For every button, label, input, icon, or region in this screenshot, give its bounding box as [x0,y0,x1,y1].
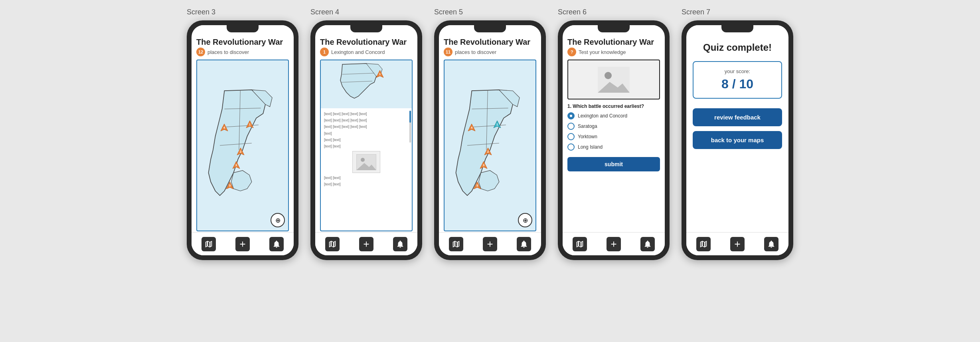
screen-3-phone: The Revolutionary War 12 places to disco… [187,20,298,260]
screen-4-text-lines: [text] [text] [text] [text] [text] [text… [324,111,409,149]
add-icon-btn-4[interactable] [359,237,373,251]
radio-3[interactable] [567,133,575,140]
quiz-question: 1. Which battle occurred earliest? [567,103,660,109]
detail-pin-1[interactable]: 1 [375,70,384,80]
screen-4-wrapper: Screen 4 The Revolutionary War 1 Lexingt… [310,8,422,260]
pin-5-3[interactable]: 3 [479,161,488,171]
svg-text:4: 4 [223,126,225,129]
screen-4-image [352,151,380,173]
svg-text:5: 5 [229,184,231,187]
bell-icon-btn-5[interactable] [517,237,531,251]
radio-2[interactable] [567,123,575,130]
screen-7-inner: Quiz complete! your score: 8 / 10 review… [686,25,788,255]
add-icon-btn-5[interactable] [483,237,497,251]
radio-4[interactable] [567,143,575,151]
screen-4-text-area[interactable]: [text] [text] [text] [text] [text] [text… [321,108,412,231]
screen-4-detail-panel: 1 [text] [text] [text] [text] [text] [te… [320,60,413,231]
svg-text:1: 1 [379,72,381,76]
svg-text:3: 3 [235,163,237,167]
pin-5-2[interactable]: 2 [484,147,492,157]
screen-4-subtitle-row: 1 Lexington and Concord [320,48,413,56]
screen-3-wrapper: Screen 3 The Revolutionary War 12 places… [187,8,298,260]
screen-3-badge: 12 [196,48,205,56]
pin-5-1[interactable]: 1 [493,120,502,130]
pin-5[interactable]: 5 [225,181,234,191]
screen-5-subtitle: places to discover [455,49,496,55]
map-icon-btn-5[interactable] [449,237,463,251]
svg-point-37 [605,72,612,79]
review-feedback-button[interactable]: review feedback [693,108,782,126]
bell-icon-btn-4[interactable] [393,237,407,251]
submit-button[interactable]: submit [567,157,660,171]
svg-text:2: 2 [487,150,489,153]
svg-text:4: 4 [471,126,473,129]
add-icon-btn[interactable] [235,237,250,251]
quiz-option-2[interactable]: Saratoga [567,123,660,130]
pin-1[interactable]: 1 [245,120,254,130]
quiz-option-3[interactable]: Yorktown [567,133,660,140]
screen-4-map-svg [321,60,412,108]
screen-5-map[interactable]: 1 2 3 4 [444,60,536,231]
quiz-option-4[interactable]: Long Island [567,143,660,151]
add-icon-btn-6[interactable] [607,237,621,251]
quiz-option-label-1: Lexington and Concord [578,113,627,119]
screen-4-content: The Revolutionary War 1 Lexington and Co… [315,34,417,232]
screen-5-wrapper: Screen 5 The Revolutionary War 11 places… [434,8,546,260]
screen-7-wrapper: Screen 7 Quiz complete! your score: 8 / … [682,8,793,260]
screen-3-bottom-bar [192,232,294,255]
pin-4[interactable]: 4 [220,123,229,133]
map-icon-btn-4[interactable] [325,237,340,251]
screen-6-subtitle-row: ? Test your knowledge [567,48,660,56]
pin-3[interactable]: 3 [232,161,241,171]
screen-6-phone: The Revolutionary War ? Test your knowle… [558,20,670,260]
screen-4-label: Screen 4 [310,8,339,16]
screen-4-bottom-bar [315,232,417,255]
notch-6 [598,25,630,32]
screen-4-phone: The Revolutionary War 1 Lexington and Co… [310,20,422,260]
quiz-option-1[interactable]: Lexington and Concord [567,112,660,119]
add-icon-btn-7[interactable] [730,237,745,251]
screen-4-header: The Revolutionary War 1 Lexington and Co… [320,37,413,56]
pin-2[interactable]: 2 [236,147,245,157]
screen-4-subtitle: Lexington and Concord [331,49,385,55]
bell-icon-btn-7[interactable] [764,237,778,251]
quiz-option-label-3: Yorktown [578,134,597,139]
compass-icon: ⊕ [271,213,285,227]
screen-5-inner: The Revolutionary War 11 places to disco… [439,25,541,255]
screen-7-label: Screen 7 [682,8,710,16]
screen-6-inner: The Revolutionary War ? Test your knowle… [563,25,665,255]
svg-text:2: 2 [240,150,242,153]
bell-icon-btn[interactable] [269,237,284,251]
screen-5-label: Screen 5 [434,8,463,16]
pin-5-4[interactable]: 4 [467,123,476,133]
screen-6-wrapper: Screen 6 The Revolutionary War ? Test yo… [558,8,670,260]
map-icon-btn[interactable] [202,237,216,251]
screen-6-content: The Revolutionary War ? Test your knowle… [563,34,665,232]
screen-6-title: The Revolutionary War [567,37,660,47]
back-to-maps-button[interactable]: back to your maps [693,131,782,149]
screen-3-subtitle-row: 12 places to discover [196,48,289,56]
quiz-image [567,60,660,99]
screen-4-mini-map[interactable]: 1 [321,60,412,108]
screen-5-title: The Revolutionary War [444,37,536,47]
radio-1[interactable] [567,112,575,119]
screen-7-bottom-bar [686,232,788,255]
bell-icon-btn-6[interactable] [640,237,655,251]
scroll-indicator[interactable] [409,111,411,143]
svg-text:5: 5 [476,184,478,187]
screen-5-header: The Revolutionary War 11 places to disco… [444,37,536,56]
map-icon-btn-7[interactable] [696,237,711,251]
screen-3-map[interactable]: 1 2 3 4 [196,60,289,231]
svg-text:1: 1 [496,123,498,126]
map-icon-btn-6[interactable] [573,237,587,251]
screen-3-subtitle: places to discover [207,49,249,55]
pin-5-5[interactable]: 5 [473,181,482,191]
compass-icon-5: ⊕ [518,213,532,227]
svg-text:3: 3 [483,163,485,167]
screen-6-badge: ? [567,48,576,56]
quiz-image-placeholder [598,67,630,93]
screen-3-map-svg [197,60,288,231]
quiz-option-label-4: Long Island [578,144,603,150]
screen-7-phone: Quiz complete! your score: 8 / 10 review… [682,20,793,260]
score-label: your score: [709,68,765,74]
